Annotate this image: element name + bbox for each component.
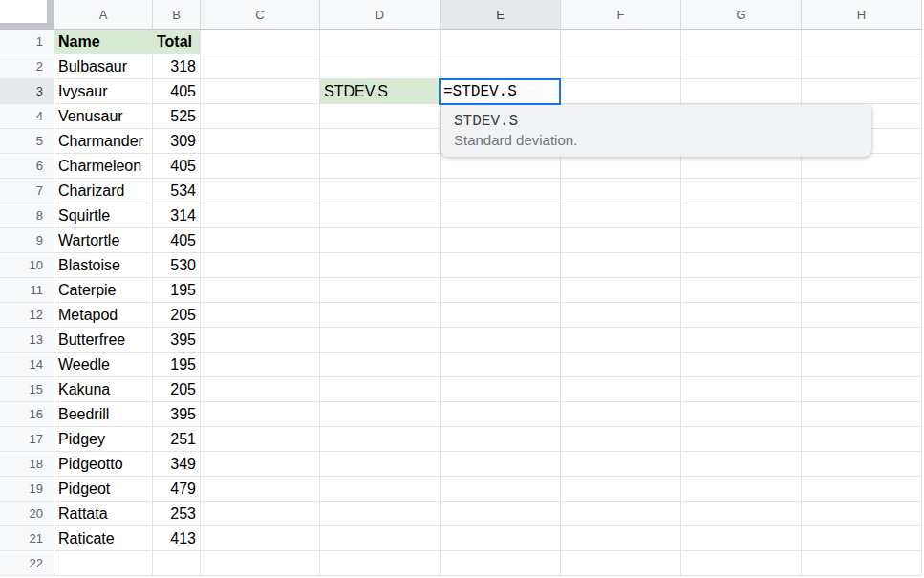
- cell-C18[interactable]: [201, 452, 320, 477]
- cell-A6[interactable]: Charmeleon: [54, 154, 153, 179]
- cell-H21[interactable]: [802, 526, 922, 551]
- cell-D21[interactable]: [320, 526, 441, 551]
- row-header-22[interactable]: 22: [0, 551, 54, 576]
- cell-F16[interactable]: [561, 402, 681, 427]
- cell-E9[interactable]: [441, 228, 561, 253]
- cell-A1[interactable]: Name: [54, 30, 153, 54]
- cell-H12[interactable]: [802, 303, 922, 328]
- cell-G11[interactable]: [681, 278, 802, 303]
- cell-B4[interactable]: 525: [153, 104, 201, 129]
- cell-D10[interactable]: [320, 253, 441, 278]
- column-header-A[interactable]: A: [54, 0, 153, 30]
- cell-F17[interactable]: [561, 427, 681, 452]
- row-header-1[interactable]: 1: [0, 30, 54, 54]
- cell-B3[interactable]: 405: [153, 79, 201, 104]
- cell-D16[interactable]: [320, 402, 441, 427]
- cell-H6[interactable]: [802, 154, 922, 179]
- cell-D5[interactable]: [320, 129, 441, 154]
- cell-G18[interactable]: [681, 452, 802, 477]
- cell-B14[interactable]: 195: [153, 353, 201, 377]
- cell-B21[interactable]: 413: [153, 526, 201, 551]
- cell-B11[interactable]: 195: [153, 278, 201, 303]
- cell-D12[interactable]: [320, 303, 441, 328]
- cell-B12[interactable]: 205: [153, 303, 201, 328]
- cell-G2[interactable]: [681, 54, 802, 79]
- cell-G3[interactable]: [681, 79, 802, 104]
- column-header-H[interactable]: H: [802, 0, 922, 30]
- cell-F2[interactable]: [561, 54, 681, 79]
- cell-A12[interactable]: Metapod: [54, 303, 153, 328]
- cell-G14[interactable]: [681, 353, 802, 377]
- cell-H22[interactable]: [802, 551, 922, 576]
- cell-H18[interactable]: [802, 452, 922, 477]
- cell-B9[interactable]: 405: [153, 228, 201, 253]
- cell-F20[interactable]: [561, 502, 681, 526]
- cell-A4[interactable]: Venusaur: [54, 104, 153, 129]
- cell-C22[interactable]: [201, 551, 320, 576]
- row-header-12[interactable]: 12: [0, 303, 54, 328]
- cell-B17[interactable]: 251: [153, 427, 201, 452]
- cell-C12[interactable]: [201, 303, 320, 328]
- cell-H10[interactable]: [802, 253, 922, 278]
- cell-F7[interactable]: [561, 179, 681, 203]
- cell-B7[interactable]: 534: [153, 179, 201, 203]
- cell-E10[interactable]: [441, 253, 561, 278]
- cell-E22[interactable]: [441, 551, 561, 576]
- cell-C10[interactable]: [201, 253, 320, 278]
- cell-D22[interactable]: [320, 551, 441, 576]
- cell-H1[interactable]: [802, 30, 922, 54]
- cell-C13[interactable]: [201, 328, 320, 353]
- row-header-13[interactable]: 13: [0, 328, 54, 353]
- cell-H14[interactable]: [802, 353, 922, 377]
- cell-H7[interactable]: [802, 179, 922, 203]
- column-header-B[interactable]: B: [153, 0, 201, 30]
- cell-H9[interactable]: [802, 228, 922, 253]
- cell-D15[interactable]: [320, 377, 441, 402]
- cell-C11[interactable]: [201, 278, 320, 303]
- cell-E8[interactable]: [441, 203, 561, 228]
- cell-F22[interactable]: [561, 551, 681, 576]
- cell-G8[interactable]: [681, 203, 802, 228]
- cell-E16[interactable]: [441, 402, 561, 427]
- cell-A7[interactable]: Charizard: [54, 179, 153, 203]
- cell-D11[interactable]: [320, 278, 441, 303]
- column-header-G[interactable]: G: [681, 0, 802, 30]
- cell-F6[interactable]: [561, 154, 681, 179]
- cell-E15[interactable]: [441, 377, 561, 402]
- cell-B15[interactable]: 205: [153, 377, 201, 402]
- cell-D2[interactable]: [320, 54, 441, 79]
- cell-B13[interactable]: 395: [153, 328, 201, 353]
- cell-E14[interactable]: [441, 353, 561, 377]
- cell-G13[interactable]: [681, 328, 802, 353]
- cell-B1[interactable]: Total: [153, 30, 201, 54]
- cell-G6[interactable]: [681, 154, 802, 179]
- row-header-3[interactable]: 3: [0, 79, 54, 104]
- cell-A15[interactable]: Kakuna: [54, 377, 153, 402]
- cell-E17[interactable]: [441, 427, 561, 452]
- cell-F10[interactable]: [561, 253, 681, 278]
- cell-E21[interactable]: [441, 526, 561, 551]
- row-header-21[interactable]: 21: [0, 526, 54, 551]
- cell-A9[interactable]: Wartortle: [54, 228, 153, 253]
- cell-C9[interactable]: [201, 228, 320, 253]
- cell-C6[interactable]: [201, 154, 320, 179]
- cell-A5[interactable]: Charmander: [54, 129, 153, 154]
- cell-B22[interactable]: [153, 551, 201, 576]
- cell-A10[interactable]: Blastoise: [54, 253, 153, 278]
- row-header-2[interactable]: 2: [0, 54, 54, 79]
- cell-B2[interactable]: 318: [153, 54, 201, 79]
- cell-F1[interactable]: [561, 30, 681, 54]
- cell-G20[interactable]: [681, 502, 802, 526]
- cell-F21[interactable]: [561, 526, 681, 551]
- cell-E11[interactable]: [441, 278, 561, 303]
- cell-A17[interactable]: Pidgey: [54, 427, 153, 452]
- cell-C2[interactable]: [201, 54, 320, 79]
- cell-A2[interactable]: Bulbasaur: [54, 54, 153, 79]
- cell-G19[interactable]: [681, 477, 802, 502]
- cell-F12[interactable]: [561, 303, 681, 328]
- cell-G7[interactable]: [681, 179, 802, 203]
- column-header-F[interactable]: F: [561, 0, 681, 30]
- cell-D7[interactable]: [320, 179, 441, 203]
- cell-G9[interactable]: [681, 228, 802, 253]
- cell-H17[interactable]: [802, 427, 922, 452]
